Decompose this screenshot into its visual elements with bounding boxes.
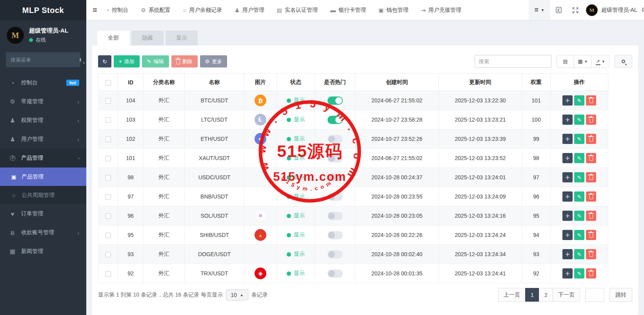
row-checkbox[interactable] [106,213,111,219]
delete-row-button[interactable] [586,191,596,202]
sidebar-item-orders[interactable]: ♥订单管理 [0,204,86,223]
delete-row-button[interactable] [586,230,596,240]
move-row-button[interactable]: ✛ [562,268,573,279]
delete-row-button[interactable] [586,153,596,163]
tab-visible[interactable]: 显示 [166,31,198,46]
row-checkbox[interactable] [106,156,111,161]
topnav-item-recharge[interactable]: ⇥用户充值管理 [421,7,461,14]
row-checkbox[interactable] [106,194,111,200]
topnav-item-bankcards[interactable]: ▬银行卡管理 [330,7,366,14]
sidebar-item-dashboard[interactable]: ◔控制台hot [0,73,86,92]
hot-toggle[interactable] [327,193,343,201]
select-all-checkbox[interactable] [106,80,111,86]
page-button-1[interactable]: 1 [525,288,539,302]
move-row-button[interactable]: ✛ [562,95,573,106]
hot-toggle[interactable] [327,250,343,259]
hot-toggle[interactable] [327,97,343,105]
edit-row-button[interactable]: ✎ [574,268,584,279]
topnav-item-realname-auth[interactable]: ▤实名认证管理 [277,7,318,14]
move-row-button[interactable]: ✛ [562,249,573,259]
row-checkbox[interactable] [106,233,111,238]
edit-row-button[interactable]: ✎ [574,153,584,163]
tab-hidden[interactable]: 隐藏 [131,31,164,46]
next-page-button[interactable]: 下一页 [553,288,580,302]
jump-button[interactable]: 跳转 [609,288,632,302]
topnav-item-users[interactable]: ♟用户管理 [235,7,264,14]
delete-row-button[interactable] [586,95,596,106]
sidebar-item-public-cycle[interactable]: ○公共周期管理 [0,186,86,204]
status-label: 显示 [294,135,305,142]
fullscreen-icon[interactable] [572,7,579,13]
edit-row-button[interactable]: ✎ [574,230,584,240]
export-button[interactable]: ↗▼ [592,55,609,68]
sidebar-item-general[interactable]: ⚙常规管理‹ [0,92,86,111]
move-row-button[interactable]: ✛ [562,115,573,125]
move-row-button[interactable]: ✛ [562,230,573,240]
refresh-button[interactable]: ↻ [98,55,111,67]
search-submit-button[interactable] [615,55,632,68]
move-row-button[interactable]: ✛ [562,172,573,182]
nav-list-dropdown[interactable]: ≡ ▼ [529,0,550,20]
sidebar-item-users[interactable]: ♟用户管理‹ [0,130,86,149]
hot-toggle[interactable] [327,173,343,182]
sidebar-item-receiving-accounts[interactable]: Ƀ收款账号管理‹ [0,223,86,242]
topnav-user[interactable]: M 超级管理员-AL [586,4,637,16]
jump-page-input[interactable] [585,288,604,302]
menu-toggle-icon[interactable]: ≡ [93,5,97,15]
hot-toggle[interactable] [327,212,343,220]
move-row-button[interactable]: ✛ [562,211,573,221]
columns-button[interactable]: ▦▼ [574,55,592,68]
delete-row-button[interactable] [586,115,596,125]
delete-row-button[interactable] [586,249,596,259]
edit-row-button[interactable]: ✎ [574,95,584,106]
edit-row-button[interactable]: ✎ [574,134,584,144]
search-icon[interactable] [80,58,81,62]
page-size-select[interactable]: 10 ▲ [226,290,248,300]
edit-button[interactable]: ✎编辑 [142,55,169,67]
sidebar-search-input[interactable] [11,57,80,63]
hot-toggle[interactable] [327,135,343,143]
hot-toggle[interactable] [327,231,343,239]
move-row-button[interactable]: ✛ [562,191,573,202]
table-search-input[interactable] [475,55,551,68]
delete-row-button[interactable] [586,172,596,182]
trash-icon [589,253,593,257]
move-row-button[interactable]: ✛ [562,153,573,163]
more-button[interactable]: ⚙更多 [200,55,227,67]
edit-row-button[interactable]: ✎ [574,172,584,182]
page-button-2[interactable]: 2 [539,288,553,302]
hot-toggle[interactable] [327,269,343,278]
cell-weight: 98 [522,149,551,168]
sidebar-item-news[interactable]: ▦新闻管理 [0,242,86,261]
topnav-item-system-config[interactable]: ⚙系统配置 [141,7,171,14]
topnav-item-balance-records[interactable]: ○用户余额记录 [183,7,222,14]
detail-view-button[interactable]: ▤ [557,55,574,68]
hot-toggle[interactable] [327,154,343,162]
add-button[interactable]: +添加 [114,55,140,67]
move-row-button[interactable]: ✛ [562,134,573,144]
settings-gear-icon[interactable]: ⚙ [641,6,644,14]
sidebar-item-permissions[interactable]: ♟权限管理‹ [0,111,86,130]
prev-page-button[interactable]: 上一页 [498,288,526,302]
delete-row-button[interactable] [586,211,596,221]
hot-toggle[interactable] [327,116,343,124]
row-checkbox[interactable] [106,271,111,277]
translate-icon[interactable] [555,7,562,13]
delete-row-button[interactable] [586,134,596,144]
row-checkbox[interactable] [106,98,111,104]
edit-row-button[interactable]: ✎ [574,211,584,221]
delete-button[interactable]: 删除 [171,55,198,67]
topnav-item-wallets[interactable]: ▣钱包管理 [378,7,408,14]
sidebar-item-product-list[interactable]: ▣产品管理 [0,168,86,186]
tab-all[interactable]: 全部 [97,31,129,46]
row-checkbox[interactable] [106,137,111,142]
edit-row-button[interactable]: ✎ [574,115,584,125]
sidebar-item-products[interactable]: Ⓟ产品管理‹ [0,149,86,168]
row-checkbox[interactable] [106,175,111,180]
row-checkbox[interactable] [106,252,111,257]
topnav-item-dashboard[interactable]: ◔控制台 [106,7,128,14]
delete-row-button[interactable] [586,268,596,279]
row-checkbox[interactable] [106,117,111,123]
edit-row-button[interactable]: ✎ [574,249,584,259]
edit-row-button[interactable]: ✎ [574,191,584,202]
